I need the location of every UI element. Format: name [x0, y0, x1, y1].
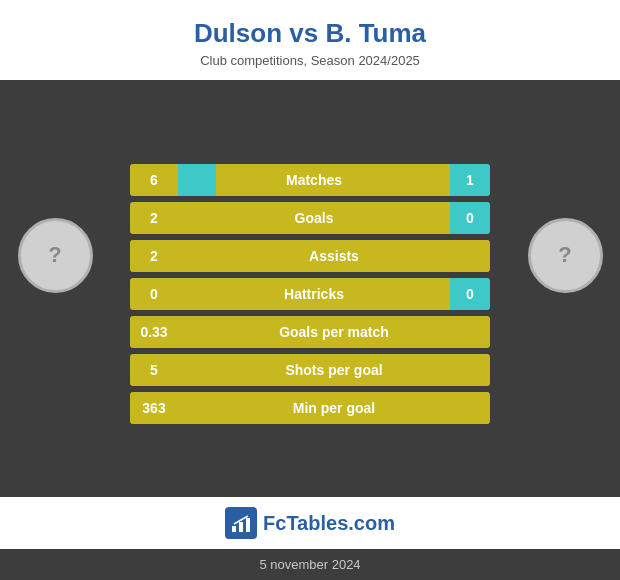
stat-label-goals: Goals	[178, 202, 450, 234]
stat-label-hattricks: Hattricks	[178, 278, 450, 310]
stat-label-matches: Matches	[178, 164, 450, 196]
avatar-right-circle: ?	[528, 218, 603, 293]
svg-rect-2	[246, 518, 250, 532]
stat-left-val-mpg: 363	[130, 392, 178, 424]
svg-rect-1	[239, 522, 243, 532]
footer-date: 5 november 2024	[259, 557, 360, 572]
stat-left-val-matches: 6	[130, 164, 178, 196]
stat-left-val-gpm: 0.33	[130, 316, 178, 348]
main-card: Dulson vs B. Tuma Club competitions, Sea…	[0, 0, 620, 580]
stat-right-val-matches: 1	[450, 164, 490, 196]
stat-left-val-spg: 5	[130, 354, 178, 386]
avatar-right-icon: ?	[558, 242, 571, 268]
stat-right-val-goals: 0	[450, 202, 490, 234]
stat-row-gpm: 0.33Goals per match	[130, 316, 490, 348]
header-section: Dulson vs B. Tuma Club competitions, Sea…	[0, 0, 620, 80]
stat-label-gpm: Goals per match	[178, 316, 490, 348]
stat-right-val-hattricks: 0	[450, 278, 490, 310]
stat-row-matches: 6Matches1	[130, 164, 490, 196]
avatar-left-circle: ?	[18, 218, 93, 293]
stat-label-mpg: Min per goal	[178, 392, 490, 424]
stat-left-val-assists: 2	[130, 240, 178, 272]
avatar-left: ?	[10, 200, 100, 310]
avatar-left-icon: ?	[48, 242, 61, 268]
brand-bar: FcTables.com	[0, 497, 620, 549]
stat-row-hattricks: 0Hattricks0	[130, 278, 490, 310]
content-area: ? ? 6Matches12Goals02Assists0Hattricks00…	[0, 80, 620, 497]
stat-row-spg: 5Shots per goal	[130, 354, 490, 386]
stat-left-val-hattricks: 0	[130, 278, 178, 310]
stat-left-val-goals: 2	[130, 202, 178, 234]
stat-row-assists: 2Assists	[130, 240, 490, 272]
avatar-right: ?	[520, 200, 610, 310]
match-title: Dulson vs B. Tuma	[20, 18, 600, 49]
stat-label-assists: Assists	[178, 240, 490, 272]
footer-section: 5 november 2024	[0, 549, 620, 580]
stats-container: 6Matches12Goals02Assists0Hattricks00.33G…	[130, 164, 490, 424]
stat-row-goals: 2Goals0	[130, 202, 490, 234]
stat-row-mpg: 363Min per goal	[130, 392, 490, 424]
brand-logo: FcTables.com	[225, 507, 395, 539]
match-subtitle: Club competitions, Season 2024/2025	[20, 53, 600, 68]
brand-text: FcTables.com	[263, 512, 395, 535]
stat-label-spg: Shots per goal	[178, 354, 490, 386]
svg-rect-0	[232, 526, 236, 532]
brand-icon	[225, 507, 257, 539]
